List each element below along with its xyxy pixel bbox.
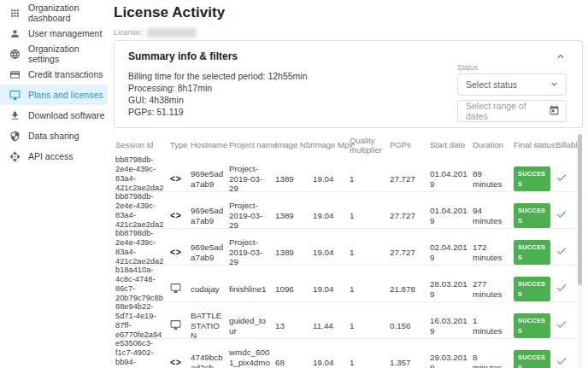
cell-session-id: 88e94b22-5d71-4e19-87ff-e6770fe2a944: [115, 302, 170, 339]
success-badge: SUCCESS: [514, 203, 550, 228]
session-type-code-icon: <>: [170, 358, 191, 368]
session-type-code-icon: <>: [170, 211, 191, 221]
cell-pgps: 1.357: [390, 358, 430, 368]
status-select-value: Select status: [466, 79, 517, 90]
cell-duration: 94 minutes: [473, 206, 514, 225]
status-badge: SUCCESS: [514, 240, 556, 265]
grid-icon: [9, 7, 21, 19]
success-badge: SUCCESS: [514, 277, 550, 301]
cell-image-nbr: 68: [275, 358, 313, 368]
cell-image-mpx: 19.04: [313, 211, 350, 221]
sidebar-item-label: Data sharing: [28, 131, 79, 141]
main-content: License Activity License: Summary info &…: [114, 0, 583, 368]
sidebar-item-api-access[interactable]: API access: [0, 146, 108, 166]
sidebar-item-data-sharing[interactable]: Data sharing: [0, 126, 108, 146]
success-badge: SUCCESS: [514, 350, 550, 368]
column-header-type: Type: [170, 140, 191, 149]
cell-project-name: Project-2019-03-29: [229, 164, 275, 192]
success-badge: SUCCESS: [514, 313, 550, 338]
column-header-billable: Billable: [556, 140, 587, 149]
cell-pgps: 0.156: [390, 321, 430, 331]
sidebar-item-organization-settings[interactable]: Organization settings: [0, 44, 108, 64]
download-icon: [9, 109, 21, 121]
cell-session-id: b18a410a-4c8c-4748-86c7-20b79c79c8be: [115, 266, 170, 302]
filters-column: Status Select status Select range of dat…: [457, 63, 567, 122]
api-icon: [9, 150, 21, 162]
sidebar-item-label: Organization settings: [28, 44, 108, 64]
table-scrollbar[interactable]: [578, 134, 582, 368]
license-value-redacted: [147, 28, 197, 38]
cell-image-nbr: 1389: [275, 174, 313, 184]
sidebar-item-label: Download software: [28, 110, 104, 120]
date-range-placeholder: Select range of dates: [466, 101, 549, 121]
table-header-row: Session IdTypeHostnameProject nameImage …: [114, 134, 583, 155]
sidebar-item-download-software[interactable]: Download software: [0, 105, 108, 126]
status-select[interactable]: Select status: [457, 73, 567, 96]
cell-hostname: BATTLESTATION: [191, 311, 229, 339]
user-icon: [9, 27, 21, 39]
cell-image-mpx: 11.44: [313, 321, 350, 331]
monitor-icon: [9, 89, 21, 101]
table-row: bb8798db-2e4e-439c-83a4-421c2ae2da2b<>96…: [114, 229, 583, 266]
column-header-start-date: Start date: [430, 140, 473, 149]
cell-image-mpx: 19.04: [313, 174, 350, 184]
status-badge: SUCCESS: [514, 350, 556, 368]
cell-hostname: 969e5ada7ab9: [191, 169, 229, 189]
credit-card-icon: [9, 68, 21, 80]
globe-settings-icon: [9, 48, 21, 60]
sessions-table: Session IdTypeHostnameProject nameImage …: [114, 134, 583, 368]
billable-check-icon: [556, 208, 573, 223]
license-label: License:: [114, 28, 143, 37]
billable-check-icon: [556, 318, 573, 333]
column-header-final-status: Final status: [514, 140, 556, 149]
session-type-code-icon: <>: [170, 248, 191, 258]
date-range-input[interactable]: Select range of dates: [457, 100, 567, 122]
cell-project-name: guided_tour: [229, 316, 275, 336]
chevron-down-icon: [549, 79, 560, 91]
column-header-image-mpx: Image Mpx: [313, 140, 350, 149]
cell-image-mpx: 19.04: [313, 284, 350, 295]
success-badge: SUCCESS: [514, 166, 550, 191]
billable-check-icon: [556, 282, 573, 296]
session-type-code-icon: <>: [170, 174, 191, 184]
cell-quality-multiplier: 1: [350, 211, 390, 221]
table-body: bb8798db-2e4e-439c-83a4-421c2ae2da2b<>96…: [114, 155, 583, 368]
sidebar-item-credit-transactions[interactable]: Credit transactions: [0, 64, 108, 85]
cell-quality-multiplier: 1: [350, 321, 390, 331]
sidebar-item-organization-dashboard[interactable]: Organization dashboard: [0, 3, 108, 23]
session-type-gui-icon: [170, 319, 191, 333]
cell-image-nbr: 1389: [275, 211, 313, 221]
column-header-pgps: PGPs: [390, 140, 430, 149]
success-badge: SUCCESS: [514, 240, 550, 265]
column-header-hostname: Hostname: [191, 140, 229, 149]
sidebar-item-label: Plans and licenses: [28, 90, 103, 100]
page-title: License Activity: [114, 4, 583, 21]
cell-hostname: cudajay: [191, 284, 229, 295]
table-row: bb8798db-2e4e-439c-83a4-421c2ae2da2b<>96…: [114, 192, 583, 229]
cell-image-nbr: 13: [275, 321, 313, 331]
cell-session-id: e53506c3-f1c7-4902-bb94-36801eb37aee: [115, 339, 170, 368]
cell-session-id: bb8798db-2e4e-439c-83a4-421c2ae2da2b: [115, 155, 170, 192]
billable-check-icon: [556, 355, 573, 368]
cell-duration: 8 minutes: [473, 353, 514, 368]
table-row: 88e94b22-5d71-4e19-87ff-e6770fe2a944BATT…: [114, 302, 583, 339]
sidebar-item-user-management[interactable]: User management: [0, 23, 108, 44]
cell-hostname: 4749bcbad2cb: [191, 353, 229, 368]
status-badge: SUCCESS: [514, 313, 556, 338]
scrollbar-thumb[interactable]: [578, 134, 582, 285]
cell-session-id: bb8798db-2e4e-439c-83a4-421c2ae2da2b: [115, 192, 170, 229]
cell-start-date: 01.04.2019: [430, 169, 473, 189]
cell-start-date: 16.03.2019: [430, 316, 473, 336]
cell-duration: 1 minutes: [473, 316, 514, 336]
cell-pgps: 27.727: [390, 248, 430, 258]
billable-check-icon: [556, 172, 573, 186]
cell-image-mpx: 19.04: [313, 358, 350, 368]
cell-hostname: 969e5ada7ab9: [191, 206, 229, 225]
cell-pgps: 21.878: [390, 284, 430, 295]
app: Organization dashboardUser managementOrg…: [0, 0, 588, 368]
status-badge: SUCCESS: [514, 166, 556, 191]
cell-hostname: 969e5ada7ab9: [191, 242, 229, 262]
cell-duration: 172 minutes: [473, 242, 514, 262]
sidebar-item-plans-and-licenses[interactable]: Plans and licenses: [0, 85, 108, 105]
cell-pgps: 27.727: [390, 211, 430, 221]
